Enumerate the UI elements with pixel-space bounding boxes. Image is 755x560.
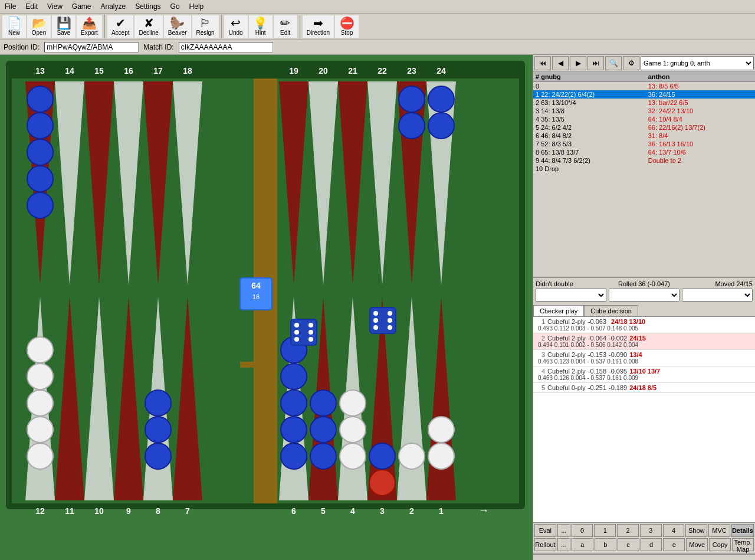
hint-label: Hint: [255, 30, 266, 36]
menu-game[interactable]: Game: [67, 1, 96, 12]
analysis-move: 24/15: [629, 335, 646, 342]
game-selector[interactable]: Game 1: gnubg 0, anth: [641, 56, 754, 70]
status-dropdown-1[interactable]: [536, 289, 606, 302]
export-button[interactable]: 📤 Export: [77, 15, 102, 38]
rollout-dots-button[interactable]: ...: [557, 538, 570, 551]
svg-rect-88: [240, 362, 266, 368]
menu-help[interactable]: Help: [185, 1, 209, 12]
decline-button[interactable]: ✘ Decline: [134, 15, 162, 38]
ply-3-button[interactable]: 3: [640, 524, 662, 537]
resign-button[interactable]: 🏳 Resign: [192, 15, 219, 38]
tab-cube-decision[interactable]: Cube decision: [584, 305, 638, 316]
direction-button[interactable]: ➡ Direction: [303, 15, 334, 38]
tab-checker-play[interactable]: Checker play: [533, 305, 584, 316]
nav-last-button[interactable]: ⏭: [587, 56, 604, 70]
toolbar: 📄 New 📂 Open 💾 Save 📤 Export ✔ Accept ✘ …: [0, 14, 755, 40]
copy-button[interactable]: Copy: [709, 538, 731, 551]
table-row[interactable]: 8 65: 13/8 13/764: 13/7 10/6: [533, 148, 755, 156]
accept-button[interactable]: ✔ Accept: [107, 15, 134, 38]
hint-button[interactable]: 💡 Hint: [249, 15, 273, 38]
stop-button[interactable]: ⛔ Stop: [335, 15, 359, 38]
show-button[interactable]: Show: [685, 524, 707, 537]
table-row[interactable]: 5 24: 6/2 4/266: 22/16(2) 13/7(2): [533, 123, 755, 132]
menu-analyze[interactable]: Analyze: [96, 1, 131, 12]
svg-point-94: [294, 337, 299, 342]
eval-dots-button[interactable]: ...: [557, 524, 570, 537]
rollout-c-button[interactable]: c: [618, 538, 639, 551]
rollout-a-button[interactable]: a: [572, 538, 593, 551]
status-dropdown-2[interactable]: [609, 289, 680, 302]
svg-point-79: [340, 443, 366, 469]
list-item[interactable]: 3Cubeful 2-ply-0.153-0.09013/40.463 0.12…: [533, 350, 755, 366]
eval-button[interactable]: Eval: [534, 524, 556, 537]
table-row[interactable]: 7 52: 8/3 5/336: 16/13 16/10: [533, 140, 755, 148]
table-row[interactable]: 0 13: 8/5 6/5: [533, 82, 755, 91]
analysis-move: 13/4: [629, 351, 642, 358]
ply-0-button[interactable]: 0: [572, 524, 593, 537]
save-icon: 💾: [57, 17, 71, 29]
table-row[interactable]: 1 22: 24/22(2) 6/4(2)36: 24/15: [533, 90, 755, 99]
nav-analyze-button[interactable]: 🔍: [605, 56, 622, 70]
svg-point-93: [308, 330, 313, 335]
menu-edit[interactable]: Edit: [21, 1, 42, 12]
svg-text:13: 13: [35, 66, 45, 76]
didnt-double-label: Didn't double: [536, 280, 606, 287]
svg-text:16: 16: [124, 66, 133, 76]
list-item[interactable]: 4Cubeful 2-ply-0.158-0.09513/10 13/70.46…: [533, 366, 755, 383]
status-dropdown-3[interactable]: [682, 289, 753, 302]
list-item[interactable]: 5Cubeful 0-ply-0.251-0.18924/18 8/5: [533, 383, 755, 393]
table-row[interactable]: 6 46: 8/4 8/231: 8/4: [533, 132, 755, 140]
table-row[interactable]: 9 44: 8/4 7/3 6/2(2)Double to 2: [533, 156, 755, 165]
analysis-main-row: 5Cubeful 0-ply-0.251-0.18924/18 8/5: [536, 384, 753, 391]
details-button[interactable]: Details: [731, 524, 754, 537]
ply-4-button[interactable]: 4: [663, 524, 685, 537]
table-row[interactable]: 4 35: 13/564: 10/4 8/4: [533, 115, 755, 123]
table-row[interactable]: 3 14: 13/832: 24/22 13/10: [533, 107, 755, 115]
accept-icon: ✔: [116, 17, 126, 29]
ply-2-button[interactable]: 2: [617, 524, 639, 537]
nav-next-button[interactable]: ▶: [570, 56, 586, 70]
col-anthon: anthon: [646, 72, 755, 82]
save-button[interactable]: 💾 Save: [52, 15, 76, 38]
rollout-d-button[interactable]: d: [641, 538, 662, 551]
menu-go[interactable]: Go: [166, 1, 185, 12]
svg-point-72: [369, 470, 395, 496]
direction-icon: ➡: [313, 17, 323, 29]
svg-point-64: [281, 443, 307, 469]
move-cell-anthon: 64: 13/7 10/6: [646, 148, 755, 156]
move-table: # gnubg anthon 0 13: 8/5 6/51 22: 24/22(…: [533, 72, 755, 173]
svg-point-60: [27, 192, 53, 218]
edit-button[interactable]: ✏ Edit: [274, 15, 297, 38]
list-item[interactable]: 2Cubeful 2-ply-0.064-0.00224/150.494 0.1…: [533, 333, 755, 350]
match-id-input[interactable]: [179, 42, 273, 53]
temp-map-button[interactable]: Temp. Map: [732, 538, 754, 551]
menu-settings[interactable]: Settings: [130, 1, 165, 12]
rollout-e-button[interactable]: e: [663, 538, 685, 551]
analysis-type: Cubeful 2-ply: [547, 368, 586, 375]
move-button[interactable]: Move: [686, 538, 708, 551]
menu-view[interactable]: View: [42, 1, 67, 12]
move-cell-anthon: 66: 22/16(2) 13/7(2): [646, 123, 755, 132]
nav-settings-button[interactable]: ⚙: [623, 56, 639, 70]
undo-button[interactable]: ↩ Undo: [224, 15, 248, 38]
nav-first-button[interactable]: ⏮: [534, 56, 551, 70]
analysis-move: 24/18 8/5: [629, 384, 656, 391]
beaver-button[interactable]: 🦫 Beaver: [164, 15, 191, 38]
menu-file[interactable]: File: [0, 1, 21, 12]
list-item[interactable]: 1Cubeful 2-ply-0.06324/18 13/100.493 0.1…: [533, 317, 755, 333]
undo-label: Undo: [229, 30, 243, 36]
analysis-num: 3: [536, 351, 545, 358]
svg-point-77: [27, 363, 53, 389]
nav-prev-button[interactable]: ◀: [552, 56, 569, 70]
open-button[interactable]: 📂 Open: [27, 15, 51, 38]
ply-1-button[interactable]: 1: [594, 524, 616, 537]
mvc-button[interactable]: MVC: [708, 524, 730, 537]
svg-text:15: 15: [94, 66, 104, 76]
table-row[interactable]: 2 63: 13/10*/413: bar/22 6/5: [533, 99, 755, 107]
rollout-b-button[interactable]: b: [595, 538, 616, 551]
table-row[interactable]: 10 Drop: [533, 165, 755, 173]
new-button[interactable]: 📄 New: [2, 15, 26, 38]
analysis-eq2: -0.090: [609, 351, 627, 358]
position-id-input[interactable]: [44, 42, 139, 53]
rollout-button[interactable]: Rollout: [534, 538, 556, 551]
